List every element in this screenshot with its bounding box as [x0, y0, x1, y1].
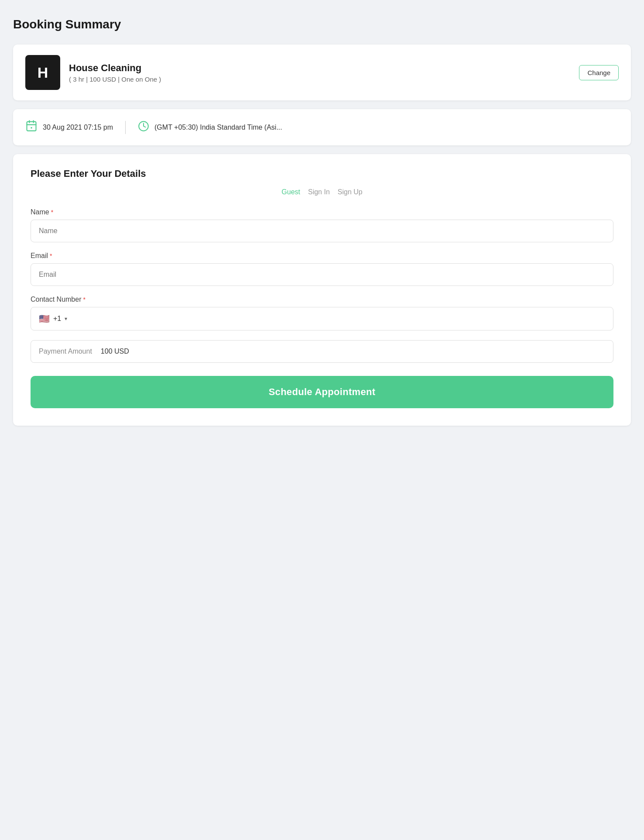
- flag-icon: 🇺🇸: [39, 313, 50, 324]
- phone-required-star: *: [83, 296, 86, 303]
- phone-input-wrapper[interactable]: 🇺🇸 +1 ▾: [31, 307, 613, 330]
- service-meta: ( 3 hr | 100 USD | One on One ): [69, 76, 570, 83]
- form-section-title: Please Enter Your Details: [31, 168, 613, 179]
- svg-point-4: [31, 127, 32, 129]
- page-title: Booking Summary: [13, 17, 631, 31]
- datetime-card: 30 Aug 2021 07:15 pm (GMT +05:30) India …: [13, 109, 631, 145]
- phone-field-group: Contact Number * 🇺🇸 +1 ▾: [31, 296, 613, 330]
- service-info: House Cleaning ( 3 hr | 100 USD | One on…: [69, 62, 570, 83]
- timezone-text: (GMT +05:30) India Standard Time (Asi...: [154, 124, 282, 131]
- service-card: H House Cleaning ( 3 hr | 100 USD | One …: [13, 45, 631, 100]
- details-form-card: Please Enter Your Details Guest Sign In …: [13, 154, 631, 426]
- payment-row: Payment Amount 100 USD: [31, 340, 613, 363]
- email-field-group: Email *: [31, 252, 613, 286]
- email-label: Email *: [31, 252, 613, 260]
- calendar-icon: [25, 120, 38, 135]
- phone-dropdown-chevron[interactable]: ▾: [65, 316, 67, 322]
- tab-signin[interactable]: Sign In: [308, 188, 330, 196]
- svg-rect-0: [27, 122, 36, 131]
- datetime-text: 30 Aug 2021 07:15 pm: [43, 124, 113, 131]
- auth-tabs: Guest Sign In Sign Up: [31, 188, 613, 196]
- schedule-appointment-button[interactable]: Schedule Appointment: [31, 376, 613, 408]
- payment-amount: 100 USD: [101, 348, 129, 355]
- email-required-star: *: [50, 252, 52, 259]
- clock-icon: [138, 120, 149, 134]
- name-field-group: Name *: [31, 208, 613, 242]
- tab-guest[interactable]: Guest: [281, 188, 300, 196]
- tab-signup[interactable]: Sign Up: [338, 188, 363, 196]
- phone-label: Contact Number *: [31, 296, 613, 303]
- service-icon-letter: H: [38, 64, 48, 81]
- divider: [125, 121, 126, 134]
- service-name: House Cleaning: [69, 62, 570, 74]
- name-input[interactable]: [31, 220, 613, 242]
- service-avatar: H: [25, 55, 60, 90]
- email-input[interactable]: [31, 263, 613, 286]
- payment-label: Payment Amount: [39, 348, 92, 355]
- name-required-star: *: [51, 209, 53, 216]
- name-label: Name *: [31, 208, 613, 216]
- phone-code: +1: [53, 315, 61, 323]
- change-button[interactable]: Change: [579, 65, 619, 80]
